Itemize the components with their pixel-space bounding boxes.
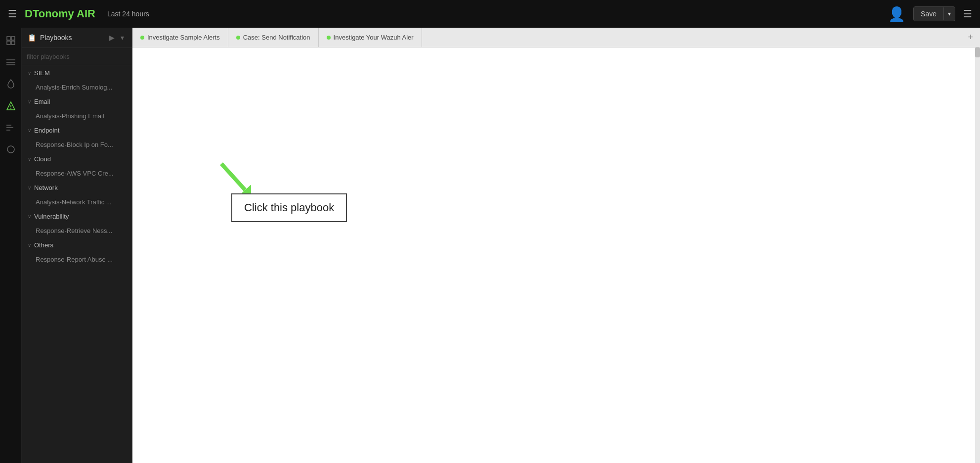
sidebar-header: 📋 Playbooks ▶ ▾ (22, 28, 132, 48)
icon-nav (0, 28, 22, 463)
save-button[interactable]: Save (914, 7, 943, 21)
category-name: Vulnerability (34, 213, 69, 220)
save-dropdown-button[interactable]: ▾ (943, 7, 955, 20)
add-tab-button[interactable]: + (961, 28, 980, 47)
tab-active-dot (140, 36, 144, 40)
options-menu-icon[interactable]: ☰ (963, 8, 972, 20)
category-name: Endpoint (34, 127, 59, 134)
svg-line-15 (221, 164, 245, 190)
canvas-scrollbar[interactable] (975, 47, 980, 463)
category-header-email[interactable]: ∨Email (22, 94, 132, 109)
chevron-icon: ∨ (28, 156, 31, 162)
category-header-cloud[interactable]: ∨Cloud (22, 151, 132, 167)
category-name: Cloud (34, 155, 51, 163)
annotation-arrow (212, 161, 251, 196)
sidebar-title: Playbooks (40, 34, 72, 42)
category-header-others[interactable]: ∨Others (22, 237, 132, 253)
svg-point-9 (10, 108, 11, 109)
callout-text: Click this playbook (244, 201, 334, 214)
playbook-item-1-0[interactable]: Analysis-Phishing Email (22, 109, 132, 123)
tab-label: Investigate Sample Alerts (147, 34, 220, 41)
time-filter: Last 24 hours (107, 10, 149, 18)
menu-icon[interactable]: ☰ (8, 8, 17, 20)
search-input[interactable] (27, 53, 127, 60)
svg-point-13 (7, 146, 14, 153)
svg-rect-1 (11, 37, 15, 40)
scrollbar-thumb[interactable] (975, 47, 980, 57)
tabs-container: Investigate Sample AlertsCase: Send Noti… (132, 28, 422, 47)
tab-label: Investigate Your Wazuh Aler (334, 34, 414, 41)
svg-rect-2 (7, 41, 10, 45)
category-header-endpoint[interactable]: ∨Endpoint (22, 123, 132, 138)
save-button-group: Save ▾ (913, 6, 955, 21)
canvas-area: Click this playbook (132, 47, 980, 463)
tab-1[interactable]: Case: Send Notification (228, 28, 319, 47)
chevron-icon: ∨ (28, 128, 31, 133)
category-email: ∨EmailAnalysis-Phishing Email (22, 94, 132, 123)
nav-playbooks-icon[interactable] (2, 97, 20, 115)
category-name: Network (34, 184, 58, 191)
svg-rect-3 (11, 41, 15, 45)
playbooks-icon: 📋 (28, 34, 36, 42)
category-cloud: ∨CloudResponse-AWS VPC Cre... (22, 151, 132, 180)
chevron-icon: ∨ (28, 99, 31, 104)
chevron-icon: ∨ (28, 214, 31, 219)
chevron-icon: ∨ (28, 242, 31, 248)
chevron-icon: ∨ (28, 185, 31, 190)
tab-0[interactable]: Investigate Sample Alerts (132, 28, 228, 47)
topbar-left: ☰ DTonomy AIR Last 24 hours (8, 7, 149, 20)
sidebar-dropdown-button[interactable]: ▾ (119, 33, 126, 43)
category-name: Email (34, 98, 50, 105)
tab-active-dot (327, 36, 331, 40)
category-siem: ∨SIEMAnalysis-Enrich Sumolog... (22, 65, 132, 94)
playbook-item-4-0[interactable]: Analysis-Network Traffic ... (22, 195, 132, 209)
category-header-network[interactable]: ∨Network (22, 180, 132, 195)
callout-box[interactable]: Click this playbook (231, 193, 347, 222)
main-layout: 📋 Playbooks ▶ ▾ ∨SIEMAnalysis-Enrich Sum… (0, 28, 980, 463)
tab-label: Case: Send Notification (243, 34, 310, 41)
search-area (22, 48, 132, 65)
nav-list-icon[interactable] (2, 53, 20, 71)
tab-2[interactable]: Investigate Your Wazuh Aler (319, 28, 422, 47)
category-header-siem[interactable]: ∨SIEM (22, 65, 132, 81)
category-header-vulnerability[interactable]: ∨Vulnerability (22, 209, 132, 224)
nav-lines-icon[interactable] (2, 119, 20, 137)
category-network: ∨NetworkAnalysis-Network Traffic ... (22, 180, 132, 209)
playbook-item-5-0[interactable]: Response-Retrieve Ness... (22, 224, 132, 237)
sidebar-actions: ▶ ▾ (107, 33, 126, 43)
topbar-right: 👤 Save ▾ ☰ (888, 6, 972, 22)
nav-drop-icon[interactable] (2, 75, 20, 93)
user-avatar-icon[interactable]: 👤 (888, 6, 905, 22)
nav-dashboard-icon[interactable] (2, 32, 20, 49)
svg-rect-0 (7, 37, 10, 40)
category-name: SIEM (34, 69, 50, 77)
playbook-item-3-0[interactable]: Response-AWS VPC Cre... (22, 167, 132, 180)
app-title: DTonomy AIR (25, 7, 95, 20)
content-area: Investigate Sample AlertsCase: Send Noti… (132, 28, 980, 463)
run-button[interactable]: ▶ (107, 33, 117, 43)
playbook-item-6-0[interactable]: Response-Report Abuse ... (22, 253, 132, 266)
category-others: ∨OthersResponse-Report Abuse ... (22, 237, 132, 266)
nav-circle-icon[interactable] (2, 140, 20, 158)
tabs-bar: Investigate Sample AlertsCase: Send Noti… (132, 28, 980, 47)
playbook-item-2-0[interactable]: Response-Block Ip on Fo... (22, 138, 132, 151)
categories-list: ∨SIEMAnalysis-Enrich Sumolog...∨EmailAna… (22, 65, 132, 266)
playbook-item-0-0[interactable]: Analysis-Enrich Sumolog... (22, 81, 132, 94)
category-endpoint: ∨EndpointResponse-Block Ip on Fo... (22, 123, 132, 151)
sidebar: 📋 Playbooks ▶ ▾ ∨SIEMAnalysis-Enrich Sum… (22, 28, 132, 463)
tab-active-dot (236, 36, 240, 40)
topbar: ☰ DTonomy AIR Last 24 hours 👤 Save ▾ ☰ (0, 0, 980, 28)
category-vulnerability: ∨VulnerabilityResponse-Retrieve Ness... (22, 209, 132, 237)
chevron-icon: ∨ (28, 70, 31, 76)
category-name: Others (34, 241, 53, 249)
